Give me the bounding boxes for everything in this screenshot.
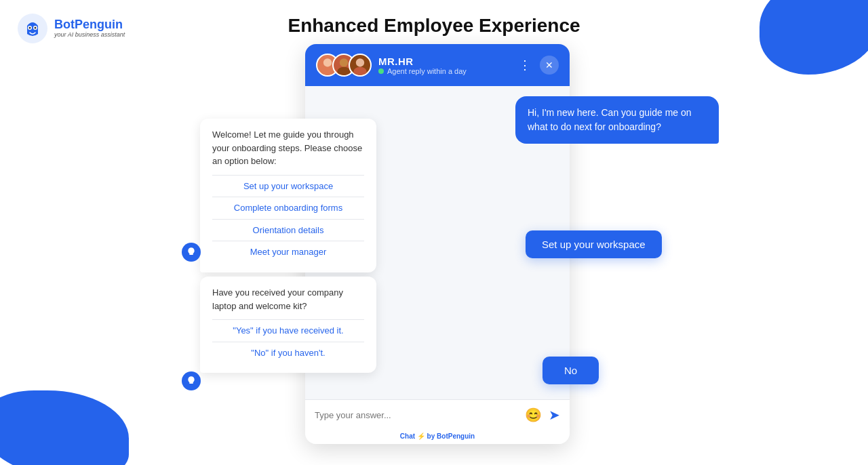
- avatar-3: [349, 54, 372, 77]
- blob-bottom-left: [0, 390, 129, 465]
- chat-bot-name: MR.HR: [378, 56, 509, 67]
- emoji-icon[interactable]: 😊: [525, 407, 542, 423]
- bot-msg-2-text: Have you received your company laptop an…: [212, 286, 364, 312]
- page-title: Enhanced Employee Experience: [288, 15, 580, 37]
- option-yes[interactable]: "Yes" if you have received it.: [212, 319, 364, 342]
- option-no[interactable]: "No" if you haven't.: [212, 342, 364, 364]
- floating-user-btn-no[interactable]: No: [542, 357, 599, 384]
- chat-input[interactable]: [315, 410, 518, 420]
- bot-avatar-1: [182, 243, 201, 262]
- chat-header-info: MR.HR Agent reply within a day: [378, 56, 509, 75]
- option-onboarding-forms[interactable]: Complete onboarding forms: [212, 197, 364, 219]
- floating-bot-msg-2: Have you received your company laptop an…: [200, 277, 376, 373]
- blob-top-right: [760, 0, 868, 75]
- svg-point-3: [29, 27, 31, 29]
- chat-avatars: [316, 54, 372, 77]
- option-orientation[interactable]: Orientation details: [212, 219, 364, 241]
- svg-point-10: [353, 67, 366, 77]
- logo: BotPenguin your AI business assistant: [16, 12, 125, 45]
- floating-bot-msg-1: Welcome! Let me guide you through your o…: [200, 119, 376, 272]
- svg-point-9: [356, 58, 364, 66]
- svg-point-4: [35, 27, 37, 29]
- chat-header: MR.HR Agent reply within a day ⋮ ✕: [305, 44, 570, 86]
- menu-button[interactable]: ⋮: [515, 56, 534, 75]
- floating-user-msg-1: Hi, I'm new here. Can you guide me on wh…: [515, 96, 719, 144]
- close-button[interactable]: ✕: [540, 56, 559, 75]
- svg-point-7: [340, 58, 348, 66]
- chat-powered: Chat ⚡ by BotPenguin: [305, 430, 570, 444]
- option-meet-manager[interactable]: Meet your manager: [212, 241, 364, 263]
- bot-msg-1-text: Welcome! Let me guide you through your o…: [212, 128, 364, 168]
- bot-avatar-2: [182, 371, 201, 390]
- send-icon[interactable]: ➤: [549, 407, 560, 423]
- logo-brand: BotPenguin: [54, 18, 125, 32]
- logo-tagline: your AI business assistant: [54, 32, 125, 39]
- option-setup-workspace[interactable]: Set up your workspace: [212, 175, 364, 197]
- chat-status: Agent reply within a day: [378, 67, 509, 75]
- chat-footer: 😊 ➤: [305, 399, 570, 430]
- svg-point-5: [323, 58, 332, 66]
- status-dot: [378, 68, 384, 74]
- floating-user-btn-workspace[interactable]: Set up your workspace: [526, 230, 662, 258]
- chat-header-actions: ⋮ ✕: [515, 56, 559, 75]
